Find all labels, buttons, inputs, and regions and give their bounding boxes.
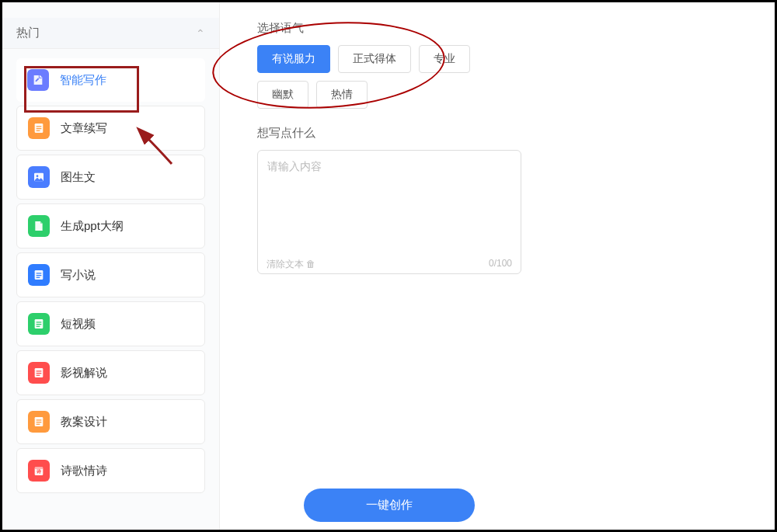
svg-text:诗: 诗 — [36, 468, 41, 474]
image-doc-icon — [28, 166, 50, 188]
doc-lines-icon — [28, 411, 50, 433]
svg-point-5 — [37, 175, 39, 177]
tone-option-4[interactable]: 热情 — [316, 81, 368, 109]
svg-rect-8 — [37, 275, 42, 276]
sidebar-item-4[interactable]: 写小说 — [16, 252, 205, 297]
sidebar-item-8[interactable]: 诗诗歌情诗 — [16, 448, 205, 493]
sidebar-item-label: 短视频 — [61, 317, 96, 332]
svg-rect-19 — [37, 419, 42, 420]
svg-rect-9 — [37, 277, 40, 278]
sidebar: 热门 ⌃ 智能写作文章续写图生文生成ppt大纲写小说短视频影视解说教案设计诗诗歌… — [2, 2, 220, 530]
prompt-section-label: 想写点什么 — [257, 126, 697, 141]
svg-rect-13 — [37, 326, 40, 327]
sidebar-item-label: 影视解说 — [61, 366, 107, 381]
clear-text-button[interactable]: 清除文本 🗑 — [267, 258, 315, 271]
sidebar-section-header[interactable]: 热门 ⌃ — [2, 18, 219, 49]
char-count: 0/100 — [489, 258, 512, 271]
sidebar-item-1[interactable]: 文章续写 — [16, 106, 205, 151]
main-panel: 选择语气 有说服力正式得体专业幽默热情 想写点什么 清除文本 🗑 0/100 一… — [220, 2, 775, 530]
sidebar-item-label: 图生文 — [61, 170, 96, 185]
svg-rect-20 — [37, 422, 42, 422]
sidebar-item-label: 教案设计 — [61, 415, 107, 429]
sidebar-item-label: 文章续写 — [61, 121, 107, 136]
doc-lines-icon — [28, 362, 50, 384]
svg-rect-11 — [37, 322, 42, 322]
tone-options: 有说服力正式得体专业幽默热情 — [257, 45, 506, 109]
sidebar-item-2[interactable]: 图生文 — [16, 155, 205, 200]
svg-rect-2 — [37, 128, 42, 129]
sidebar-item-0[interactable]: 智能写作 — [16, 58, 205, 102]
doc-lines-icon — [28, 264, 50, 286]
doc-lines-icon — [28, 313, 50, 335]
prompt-textarea[interactable] — [257, 150, 521, 274]
sidebar-item-3[interactable]: 生成ppt大纲 — [16, 203, 205, 249]
sidebar-item-5[interactable]: 短视频 — [16, 301, 205, 346]
doc-fold-icon — [28, 215, 50, 237]
svg-rect-3 — [37, 130, 40, 131]
tone-option-2[interactable]: 专业 — [419, 45, 470, 73]
svg-rect-23 — [35, 467, 44, 469]
submit-button[interactable]: 一键创作 — [304, 489, 475, 522]
doc-lines-icon — [28, 117, 50, 139]
tone-option-0[interactable]: 有说服力 — [257, 45, 330, 73]
calendar-icon: 诗 — [28, 460, 50, 482]
svg-rect-17 — [37, 375, 40, 376]
svg-rect-16 — [37, 373, 42, 374]
doc-edit-icon — [27, 69, 49, 91]
chevron-up-icon: ⌃ — [196, 27, 205, 40]
sidebar-item-label: 写小说 — [61, 268, 96, 283]
tone-section-label: 选择语气 — [257, 21, 697, 36]
sidebar-item-label: 诗歌情诗 — [61, 464, 107, 478]
svg-rect-7 — [37, 273, 42, 273]
sidebar-section-title: 热门 — [16, 26, 40, 40]
svg-rect-15 — [37, 370, 42, 371]
svg-rect-21 — [37, 424, 40, 425]
svg-rect-1 — [37, 126, 42, 127]
sidebar-item-7[interactable]: 教案设计 — [16, 399, 205, 444]
sidebar-item-6[interactable]: 影视解说 — [16, 350, 205, 395]
tone-option-3[interactable]: 幽默 — [257, 81, 308, 109]
svg-rect-12 — [37, 324, 42, 325]
sidebar-item-label: 智能写作 — [60, 73, 106, 88]
sidebar-item-label: 生成ppt大纲 — [61, 219, 124, 234]
tone-option-1[interactable]: 正式得体 — [338, 45, 411, 73]
